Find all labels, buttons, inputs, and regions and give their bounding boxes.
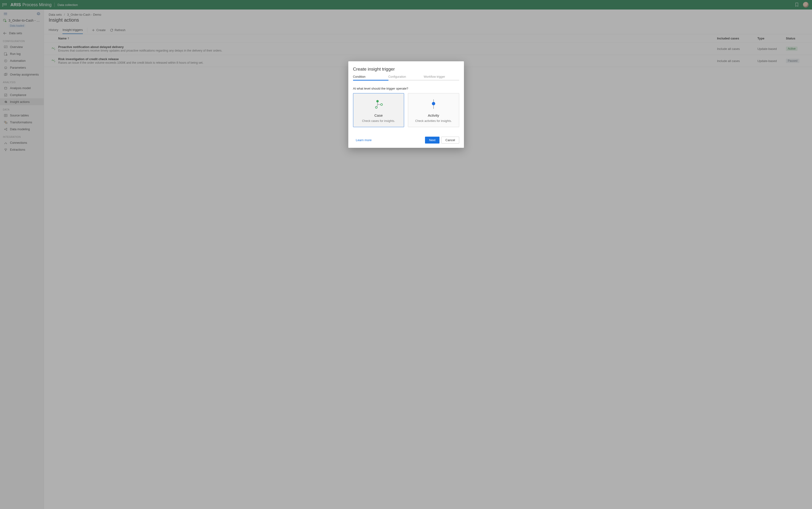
card-desc: Check activities for insights. (411, 119, 456, 123)
card-title: Activity (411, 113, 456, 117)
modal-scrim[interactable]: Create insight trigger Condition Configu… (0, 0, 812, 509)
svg-point-25 (432, 102, 435, 105)
modal-title: Create insight trigger (353, 67, 459, 72)
wizard-steps: Condition Configuration Workflow trigger (353, 75, 459, 80)
create-trigger-modal: Create insight trigger Condition Configu… (348, 61, 464, 148)
activity-illustration-icon (411, 99, 456, 110)
case-illustration-icon (356, 99, 401, 110)
card-case[interactable]: Case Check cases for insights. (353, 93, 404, 127)
learn-more-link[interactable]: Learn more (353, 138, 372, 142)
card-desc: Check cases for insights. (356, 119, 401, 123)
next-button[interactable]: Next (425, 137, 440, 143)
card-activity[interactable]: Activity Check activities for insights. (408, 93, 459, 127)
svg-point-22 (380, 104, 382, 105)
step-condition[interactable]: Condition (353, 75, 389, 80)
step-workflow: Workflow trigger (424, 75, 459, 80)
svg-point-21 (376, 100, 379, 102)
step-configuration: Configuration (389, 75, 424, 80)
cancel-button[interactable]: Cancel (441, 137, 459, 143)
modal-question: At what level should the trigger operate… (353, 87, 459, 90)
card-title: Case (356, 113, 401, 117)
